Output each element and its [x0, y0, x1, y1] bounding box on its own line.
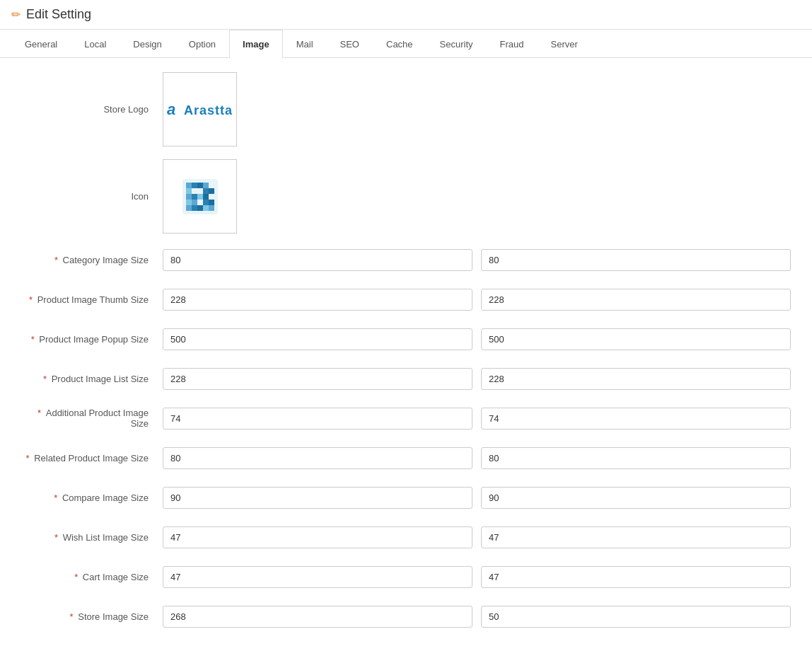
product_image_thumb_size-height[interactable] — [481, 289, 791, 311]
tab-cache[interactable]: Cache — [373, 30, 427, 58]
page-title: Edit Setting — [26, 7, 91, 22]
store-logo-label: Store Logo — [21, 104, 163, 115]
additional_product_image_size-row: * Additional Product Image Size — [21, 405, 791, 432]
svg-rect-16 — [186, 205, 192, 211]
tab-image[interactable]: Image — [229, 30, 283, 58]
svg-rect-4 — [203, 183, 209, 188]
store_image_size-inputs — [163, 606, 791, 628]
product_image_list_size-width[interactable] — [163, 368, 472, 390]
svg-rect-1 — [186, 183, 192, 188]
tab-local[interactable]: Local — [71, 30, 120, 58]
product_image_thumb_size-width[interactable] — [163, 289, 472, 311]
wish_list_image_size-height[interactable] — [481, 526, 791, 548]
tab-security[interactable]: Security — [427, 30, 487, 58]
compare_image_size-height[interactable] — [481, 487, 791, 509]
related_product_image_size-width[interactable] — [163, 447, 472, 469]
tabs: General Local Design Option Image Mail S… — [11, 30, 801, 57]
product_image_popup_size-height[interactable] — [481, 328, 791, 350]
product_image_popup_size-label: * Product Image Popup Size — [21, 334, 163, 345]
store_image_size-label: * Store Image Size — [21, 611, 163, 622]
cart_image_size-width[interactable] — [163, 566, 472, 588]
product_image_list_size-label: * Product Image List Size — [21, 374, 163, 384]
compare_image_size-inputs — [163, 487, 791, 509]
related_product_image_size-label: * Related Product Image Size — [21, 453, 163, 463]
product_image_list_size-inputs — [163, 368, 791, 390]
svg-rect-6 — [203, 188, 209, 194]
svg-rect-18 — [197, 205, 203, 211]
wish_list_image_size-label: * Wish List Image Size — [21, 532, 163, 543]
icon-row: Icon — [21, 159, 791, 234]
product_image_thumb_size-inputs — [163, 289, 791, 311]
related_product_image_size-row: * Related Product Image Size — [21, 444, 791, 471]
compare_image_size-row: * Compare Image Size — [21, 484, 791, 511]
svg-rect-13 — [192, 200, 197, 205]
store-logo-image: a Arastta — [163, 72, 237, 146]
product_image_thumb_size-label: * Product Image Thumb Size — [21, 294, 163, 305]
page-header: ✏ Edit Setting — [0, 0, 812, 30]
svg-rect-2 — [192, 183, 197, 188]
cart_image_size-height[interactable] — [481, 566, 791, 588]
svg-rect-17 — [192, 205, 197, 211]
category_image_size-height[interactable] — [481, 249, 791, 271]
compare_image_size-width[interactable] — [163, 487, 472, 509]
form-content: Store Logo a Arastta Icon — [0, 58, 812, 651]
pencil-icon: ✏ — [11, 8, 21, 21]
svg-rect-3 — [197, 183, 203, 188]
tab-fraud[interactable]: Fraud — [487, 30, 538, 58]
icon-svg — [175, 172, 225, 221]
product_image_thumb_size-row: * Product Image Thumb Size — [21, 286, 791, 313]
wish_list_image_size-row: * Wish List Image Size — [21, 524, 791, 551]
svg-rect-10 — [197, 194, 203, 200]
additional_product_image_size-label: * Additional Product Image Size — [21, 408, 163, 429]
tabs-container: General Local Design Option Image Mail S… — [0, 30, 812, 58]
tab-option[interactable]: Option — [175, 30, 229, 58]
svg-rect-5 — [186, 188, 192, 194]
related_product_image_size-inputs — [163, 447, 791, 469]
svg-rect-9 — [192, 194, 197, 200]
svg-rect-14 — [203, 200, 209, 205]
category_image_size-width[interactable] — [163, 249, 472, 271]
store_image_size-row: * Store Image Size — [21, 603, 791, 630]
cart_image_size-label: * Cart Image Size — [21, 572, 163, 582]
product_image_popup_size-width[interactable] — [163, 328, 472, 350]
store_image_size-height[interactable] — [481, 606, 791, 628]
additional_product_image_size-height[interactable] — [481, 408, 791, 430]
store-logo-row: Store Logo a Arastta — [21, 72, 791, 146]
store_image_size-width[interactable] — [163, 606, 472, 628]
tab-mail[interactable]: Mail — [283, 30, 327, 58]
category_image_size-inputs — [163, 249, 791, 271]
wish_list_image_size-width[interactable] — [163, 526, 472, 548]
category_image_size-row: * Category Image Size — [21, 246, 791, 273]
svg-rect-20 — [209, 205, 214, 211]
svg-rect-11 — [203, 194, 209, 200]
product_image_popup_size-row: * Product Image Popup Size — [21, 326, 791, 352]
svg-rect-15 — [209, 200, 214, 205]
svg-rect-8 — [186, 194, 192, 200]
tab-design[interactable]: Design — [120, 30, 175, 58]
icon-label: Icon — [21, 191, 163, 202]
product_image_list_size-height[interactable] — [481, 368, 791, 390]
category_image_size-label: * Category Image Size — [21, 255, 163, 265]
cart_image_size-row: * Cart Image Size — [21, 563, 791, 590]
icon-image — [163, 159, 237, 234]
wish_list_image_size-inputs — [163, 526, 791, 548]
form-fields-container: * Category Image Size* Product Image Thu… — [21, 246, 791, 630]
tab-general[interactable]: General — [11, 30, 71, 58]
related_product_image_size-height[interactable] — [481, 447, 791, 469]
additional_product_image_size-inputs — [163, 408, 791, 430]
svg-rect-7 — [209, 188, 214, 194]
cart_image_size-inputs — [163, 566, 791, 588]
svg-rect-12 — [186, 200, 192, 205]
product_image_list_size-row: * Product Image List Size — [21, 365, 791, 392]
svg-rect-19 — [203, 205, 209, 211]
tab-server[interactable]: Server — [538, 30, 591, 58]
tab-seo[interactable]: SEO — [327, 30, 373, 58]
product_image_popup_size-inputs — [163, 328, 791, 350]
compare_image_size-label: * Compare Image Size — [21, 492, 163, 503]
additional_product_image_size-width[interactable] — [163, 408, 472, 430]
